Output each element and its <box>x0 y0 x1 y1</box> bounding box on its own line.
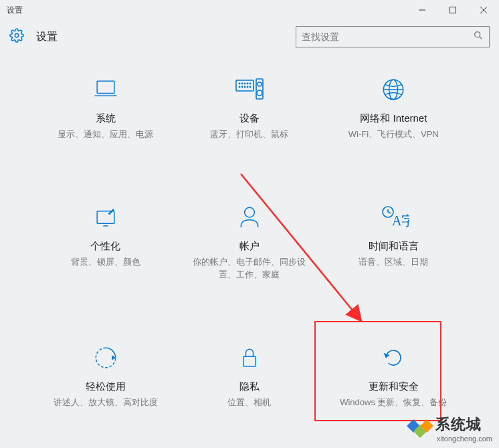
svg-line-31 <box>388 212 391 213</box>
search-input[interactable] <box>302 31 473 42</box>
tile-time-language[interactable]: A字 时间和语言 语音、区域、日期 <box>322 195 466 288</box>
maximize-button[interactable] <box>437 0 468 20</box>
globe-icon <box>379 74 408 106</box>
svg-point-16 <box>241 86 242 87</box>
tile-title: 帐户 <box>239 240 260 253</box>
tile-ease-of-access[interactable]: 轻松使用 讲述人、放大镜、高对比度 <box>33 335 177 416</box>
svg-point-4 <box>15 33 19 37</box>
tile-subtitle: Windows 更新、恢复、备份 <box>340 396 447 409</box>
watermark-url: xitongcheng.com <box>437 435 492 443</box>
svg-point-14 <box>250 83 250 84</box>
svg-point-15 <box>239 86 239 87</box>
tile-subtitle: 你的帐户、电子邮件、同步设置、工作、家庭 <box>189 255 310 282</box>
svg-point-11 <box>241 83 242 84</box>
personalization-icon <box>91 201 120 233</box>
time-language-icon: A字 <box>377 201 409 233</box>
tile-privacy[interactable]: 隐私 位置、相机 <box>177 335 321 416</box>
tile-devices[interactable]: 设备 蓝牙、打印机、鼠标 <box>177 67 321 148</box>
tile-title: 轻松使用 <box>86 380 126 393</box>
update-icon <box>379 342 408 374</box>
person-icon <box>235 201 264 233</box>
svg-point-17 <box>244 86 245 87</box>
watermark-brand: 系统城 <box>435 415 492 435</box>
svg-point-10 <box>239 83 239 84</box>
search-icon <box>473 30 484 43</box>
tile-title: 设备 <box>239 112 260 125</box>
tile-personalization[interactable]: 个性化 背景、锁屏、颜色 <box>33 195 177 288</box>
devices-icon <box>233 74 266 106</box>
svg-point-18 <box>247 86 247 87</box>
tile-title: 网络和 Internet <box>360 112 427 125</box>
tile-title: 隐私 <box>239 380 260 393</box>
ease-of-access-icon <box>91 342 120 374</box>
svg-point-5 <box>475 32 480 37</box>
svg-rect-7 <box>97 81 114 93</box>
page-title: 设置 <box>36 30 58 44</box>
watermark: 系统城 xitongcheng.com <box>409 415 492 443</box>
svg-rect-9 <box>236 80 254 91</box>
svg-point-21 <box>258 82 262 86</box>
lock-icon <box>235 342 264 374</box>
tile-title: 时间和语言 <box>369 240 419 253</box>
tile-accounts[interactable]: 帐户 你的帐户、电子邮件、同步设置、工作、家庭 <box>177 195 321 288</box>
close-button[interactable] <box>468 0 499 20</box>
svg-point-19 <box>250 86 250 87</box>
tile-subtitle: 语音、区域、日期 <box>359 255 428 269</box>
svg-text:A字: A字 <box>392 213 409 228</box>
tile-update-security[interactable]: 更新和安全 Windows 更新、恢复、备份 <box>322 335 466 416</box>
window-title: 设置 <box>7 5 23 16</box>
svg-point-12 <box>244 83 245 84</box>
minimize-button[interactable] <box>407 0 437 20</box>
tile-subtitle: 蓝牙、打印机、鼠标 <box>210 128 288 141</box>
svg-point-28 <box>245 207 255 217</box>
tile-subtitle: Wi-Fi、飞行模式、VPN <box>348 128 439 141</box>
svg-line-6 <box>480 37 482 39</box>
svg-rect-26 <box>97 211 114 223</box>
svg-point-13 <box>247 83 247 84</box>
svg-rect-34 <box>243 356 256 366</box>
tile-title: 个性化 <box>90 240 120 253</box>
watermark-logo-icon <box>409 421 431 436</box>
tile-subtitle: 背景、锁屏、颜色 <box>71 255 140 269</box>
window-controls <box>407 0 499 20</box>
titlebar: 设置 <box>0 0 499 20</box>
header: 设置 <box>0 20 499 53</box>
settings-grid: 系统 显示、通知、应用、电源 设备 蓝牙、打印机、鼠标 网络和 Internet… <box>0 53 499 415</box>
svg-point-22 <box>257 90 262 96</box>
search-box[interactable] <box>296 26 490 47</box>
laptop-icon <box>91 74 120 106</box>
tile-subtitle: 位置、相机 <box>227 396 271 409</box>
tile-subtitle: 显示、通知、应用、电源 <box>58 128 153 141</box>
svg-rect-1 <box>450 7 456 13</box>
tile-subtitle: 讲述人、放大镜、高对比度 <box>54 396 158 409</box>
tile-title: 更新和安全 <box>369 380 419 393</box>
gear-icon <box>9 28 24 45</box>
tile-network[interactable]: 网络和 Internet Wi-Fi、飞行模式、VPN <box>322 67 466 148</box>
tile-title: 系统 <box>96 112 116 125</box>
tile-system[interactable]: 系统 显示、通知、应用、电源 <box>33 67 177 148</box>
